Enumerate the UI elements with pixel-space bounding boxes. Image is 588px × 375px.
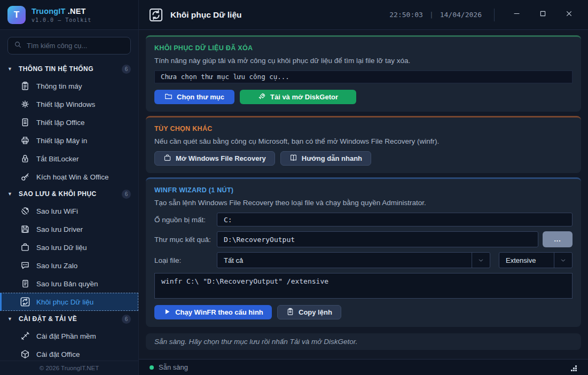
filetype-select[interactable]: Tất cả (217, 252, 490, 268)
sidebar-section-header-2[interactable]: ▼CÀI ĐẶT & TẢI VỀ6 (0, 311, 138, 327)
app-logo: T (7, 6, 26, 24)
close-button[interactable] (559, 7, 578, 22)
search-icon (14, 41, 22, 51)
key-icon (20, 172, 30, 182)
page-title: Khôi phục Dữ liệu (170, 10, 242, 20)
section-count-badge: 6 (122, 190, 131, 199)
copy-command-button[interactable]: Copy lệnh (277, 305, 341, 319)
close-icon (565, 10, 573, 20)
sidebar-section-header-1[interactable]: ▼SAO LƯU & KHÔI PHỤC6 (0, 186, 138, 202)
sidebar-item[interactable]: Sao lưu Driver (0, 220, 138, 238)
tool-folder-path-field[interactable]: Chưa chọn thư mục lưu công cụ... (154, 71, 573, 83)
rocket-icon (258, 92, 266, 102)
card-deleted-data-recovery: KHÔI PHỤC DỮ LIỆU ĐÃ XÓA Tính năng này g… (146, 35, 581, 112)
search-box[interactable] (7, 37, 131, 54)
minimize-icon (513, 10, 521, 20)
scroll-icon (20, 279, 30, 288)
card-title: TÙY CHỌN KHÁC (154, 125, 573, 132)
sidebar: T TruongIT .NET v1.0.0 — Toolkit ▼THÔNG … (0, 0, 139, 375)
maximize-button[interactable] (533, 7, 552, 22)
card-title: KHÔI PHỤC DỮ LIỆU ĐÃ XÓA (154, 44, 573, 52)
section-collapse-icon: ▼ (7, 191, 13, 197)
main-panel: Khôi phục Dữ liệu 22:50:03 | 14/04/2026 … (139, 0, 588, 375)
sidebar-nav: ▼THÔNG TIN HỆ THỐNG6Thông tin máyThiết l… (0, 59, 138, 361)
maximize-icon (539, 10, 547, 20)
chat-icon (20, 261, 30, 270)
source-drive-label: Ổ nguồn bị mất: (154, 216, 217, 224)
tools-icon (20, 331, 30, 341)
sidebar-item-label: Sao lưu WiFi (36, 207, 78, 215)
card-title: WINFR WIZARD (1 NÚT) (154, 186, 573, 194)
book-icon (289, 154, 297, 163)
chevron-down-icon (554, 253, 572, 268)
card-description: Nếu cần quét sâu bằng công cụ Microsoft,… (154, 137, 573, 145)
app-title: TruongIT .NET (32, 7, 91, 15)
floppy-icon (20, 224, 30, 234)
sidebar-item-label: Thiết lập Office (36, 119, 85, 127)
clock-date: 14/04/2026 (440, 11, 482, 19)
section-count-badge: 6 (122, 65, 131, 74)
section-collapse-icon: ▼ (7, 66, 13, 72)
minimize-button[interactable] (507, 7, 526, 22)
sidebar-item-label: Cài đặt Phần mềm (36, 332, 96, 340)
open-windows-file-recovery-button[interactable]: Mở Windows File Recovery (154, 151, 275, 166)
search-input[interactable] (27, 42, 124, 50)
filetype-label: Loại file: (154, 256, 217, 264)
sidebar-item-label: Kích hoạt Win & Office (36, 173, 109, 181)
card-description: Tạo sẵn lệnh Windows File Recovery theo … (154, 199, 573, 207)
sidebar-item-label: Cài đặt Office (36, 350, 80, 358)
card-description: Tính năng này giúp tải và mở công cụ khô… (154, 57, 573, 65)
card-other-options: TÙY CHỌN KHÁC Nếu cần quét sâu bằng công… (146, 116, 581, 173)
gear-icon (20, 99, 30, 109)
app-version: v1.0.0 — Toolkit (32, 17, 91, 23)
output-folder-input[interactable] (217, 231, 538, 247)
sidebar-item-label: Sao lưu Driver (36, 225, 83, 233)
status-message: Sẵn sàng. Hãy chọn thư mục lưu rồi nhấn … (146, 333, 581, 350)
sidebar-item[interactable]: Khôi phục Dữ liệu (0, 293, 138, 311)
card-winfr-wizard: WINFR WIZARD (1 NÚT) Tạo sẵn lệnh Window… (146, 177, 581, 327)
sidebar-item-label: Thông tin máy (36, 82, 82, 90)
sidebar-section-header-0[interactable]: ▼THÔNG TIN HỆ THỐNG6 (0, 61, 138, 77)
sidebar-item[interactable]: Kích hoạt Win & Office (0, 168, 138, 186)
clock: 22:50:03 | 14/04/2026 (389, 11, 482, 19)
satellite-icon (20, 206, 30, 216)
sidebar-item[interactable]: Cài đặt Phần mềm (0, 327, 138, 345)
sidebar-item[interactable]: Sao lưu Zalo (0, 256, 138, 275)
folder-icon (164, 92, 173, 102)
sidebar-item[interactable]: Thiết lập Office (0, 113, 138, 131)
briefcase-icon (163, 154, 171, 163)
package-icon (20, 349, 30, 359)
sidebar-item[interactable]: Sao lưu Bản quyền (0, 275, 138, 293)
scan-mode-select[interactable]: Extensive (499, 252, 573, 268)
copy-icon (286, 308, 294, 317)
source-drive-input[interactable] (217, 213, 573, 226)
browse-button[interactable]: ... (543, 231, 573, 247)
sidebar-item[interactable]: Tắt BitLocker (0, 150, 138, 168)
sidebar-item[interactable]: Sao lưu Dữ liệu (0, 238, 138, 256)
printer-icon (20, 136, 30, 145)
status-bar: Sẵn sàng (139, 359, 588, 375)
play-icon (163, 308, 171, 317)
winfr-command-preview[interactable]: winfr C:\ "D:\RecoveryOutput" /extensive (154, 273, 573, 299)
choose-folder-button[interactable]: Chọn thư mục (154, 90, 234, 104)
quick-guide-button[interactable]: Hướng dẫn nhanh (280, 151, 371, 166)
content-area: KHÔI PHỤC DỮ LIỆU ĐÃ XÓA Tính năng này g… (139, 30, 588, 359)
sidebar-header: T TruongIT .NET v1.0.0 — Toolkit (0, 0, 138, 30)
section-count-badge: 6 (122, 315, 131, 324)
sidebar-item[interactable]: Sao lưu WiFi (0, 202, 138, 220)
run-winfr-button[interactable]: Chạy WinFR theo cấu hình (154, 305, 272, 319)
document-icon (20, 118, 30, 127)
sidebar-item[interactable]: Thiết lập Máy in (0, 131, 138, 150)
resize-grip[interactable] (570, 364, 577, 374)
clock-time: 22:50:03 (389, 11, 423, 19)
sidebar-item-label: Khôi phục Dữ liệu (36, 298, 93, 306)
sidebar-item-label: Sao lưu Dữ liệu (36, 244, 87, 252)
download-open-diskgetor-button[interactable]: Tải và mở DiskGetor (240, 90, 356, 104)
sidebar-item[interactable]: Cài đặt Office (0, 345, 138, 361)
sidebar-item-label: Tắt BitLocker (36, 155, 79, 163)
clock-separator: | (429, 11, 434, 19)
sidebar-item-label: Thiết lập Máy in (36, 137, 87, 145)
sidebar-item[interactable]: Thông tin máy (0, 77, 138, 95)
sidebar-item[interactable]: Thiết lập Windows (0, 95, 138, 113)
sync-icon (20, 297, 30, 307)
